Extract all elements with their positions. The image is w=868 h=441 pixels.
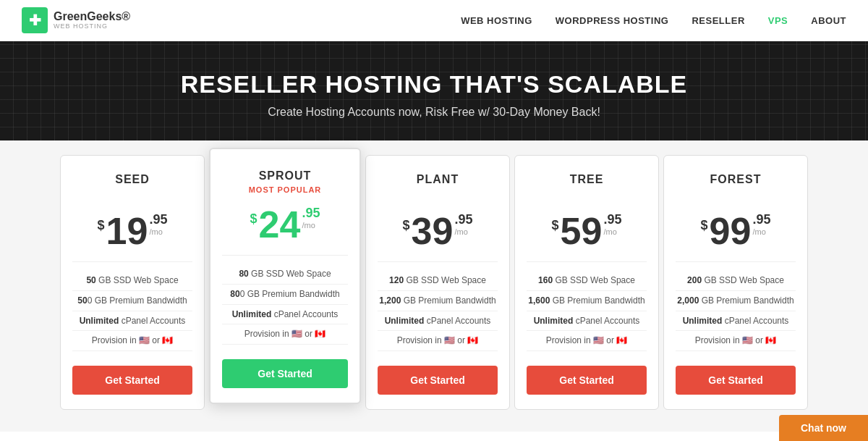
- price-cents-plant: .95: [454, 212, 472, 227]
- feature-sprout-2: Unlimited cPanel Accounts: [222, 305, 348, 325]
- feature-forest-3: Provision in 🇺🇸 or 🇨🇦: [676, 331, 796, 351]
- feature-plant-1: 1,200 GB Premium Bandwidth: [378, 291, 498, 311]
- feature-sprout-0: 80 GB SSD Web Space: [222, 264, 348, 285]
- feature-forest-0: 200 GB SSD Web Space: [676, 271, 796, 291]
- brand-sub: WEB HOSTING: [54, 23, 130, 30]
- navbar: ✚ GreenGeeks® WEB HOSTING WEB HOSTING WO…: [0, 0, 868, 41]
- chat-bar[interactable]: Chat now: [779, 415, 868, 432]
- logo-icon: ✚: [22, 7, 48, 33]
- price-mo-tree: /mo: [603, 227, 616, 236]
- plan-name-sprout: SPROUT: [222, 169, 348, 182]
- plan-card-tree: TREE $ 59 .95 /mo 160 GB SSD Web Space1,…: [514, 155, 659, 410]
- price-dollar-forest: $: [701, 218, 708, 233]
- logo: ✚ GreenGeeks® WEB HOSTING: [22, 7, 130, 33]
- price-mo-plant: /mo: [454, 227, 467, 236]
- feature-forest-2: Unlimited cPanel Accounts: [676, 311, 796, 332]
- price-cents-mo-plant: .95 /mo: [454, 212, 472, 239]
- brand-name: GreenGeeks®: [54, 10, 130, 23]
- feature-seed-0: 50 GB SSD Web Space: [72, 271, 192, 291]
- price-forest: $ 99 .95 /mo: [676, 212, 796, 250]
- features-sprout: 80 GB SSD Web Space800 GB Premium Bandwi…: [222, 255, 348, 345]
- hero-content: RESELLER HOSTING THAT'S SCALABLE Create …: [14, 70, 854, 119]
- price-tree: $ 59 .95 /mo: [527, 212, 647, 250]
- nav-web-hosting[interactable]: WEB HOSTING: [461, 15, 532, 26]
- features-tree: 160 GB SSD Web Space1,600 GB Premium Ban…: [527, 261, 647, 351]
- nav-vps[interactable]: VPS: [768, 15, 788, 26]
- price-seed: $ 19 .95 /mo: [72, 212, 192, 250]
- nav-links: WEB HOSTING WORDPRESS HOSTING RESELLER V…: [461, 15, 846, 26]
- feature-seed-1: 500 GB Premium Bandwidth: [72, 291, 192, 311]
- hero-section: RESELLER HOSTING THAT'S SCALABLE Create …: [0, 41, 868, 140]
- feature-seed-3: Provision in 🇺🇸 or 🇨🇦: [72, 331, 192, 351]
- nav-about[interactable]: ABOUT: [811, 15, 846, 26]
- get-started-plant[interactable]: Get Started: [378, 366, 498, 395]
- price-dollar-tree: $: [552, 218, 559, 233]
- price-cents-sprout: .95: [302, 206, 320, 221]
- logo-text: GreenGeeks® WEB HOSTING: [54, 10, 130, 30]
- feature-plant-3: Provision in 🇺🇸 or 🇨🇦: [378, 331, 498, 351]
- hero-subtitle: Create Hosting Accounts now, Risk Free w…: [14, 106, 854, 119]
- nav-wordpress-hosting[interactable]: WORDPRESS HOSTING: [556, 15, 669, 26]
- price-dollar-seed: $: [98, 218, 105, 233]
- get-started-forest[interactable]: Get Started: [676, 366, 796, 395]
- price-mo-forest: /mo: [752, 227, 765, 236]
- get-started-tree[interactable]: Get Started: [527, 366, 647, 395]
- feature-tree-1: 1,600 GB Premium Bandwidth: [527, 291, 647, 311]
- price-plant: $ 39 .95 /mo: [378, 212, 498, 250]
- most-popular-sprout: MOST POPULAR: [222, 185, 348, 194]
- plan-name-plant: PLANT: [378, 173, 498, 186]
- get-started-sprout[interactable]: Get Started: [222, 359, 348, 388]
- feature-plant-0: 120 GB SSD Web Space: [378, 271, 498, 291]
- price-amount-forest: 99: [710, 212, 752, 250]
- feature-tree-0: 160 GB SSD Web Space: [527, 271, 647, 291]
- hero-title: RESELLER HOSTING THAT'S SCALABLE: [14, 70, 854, 98]
- plan-name-seed: SEED: [72, 173, 192, 186]
- plan-card-forest: FOREST $ 99 .95 /mo 200 GB SSD Web Space…: [663, 155, 808, 410]
- nav-reseller[interactable]: RESELLER: [692, 15, 744, 26]
- plan-card-seed: SEED $ 19 .95 /mo 50 GB SSD Web Space500…: [60, 155, 205, 410]
- feature-tree-2: Unlimited cPanel Accounts: [527, 311, 647, 332]
- price-dollar-sprout: $: [250, 211, 258, 227]
- price-cents-seed: .95: [149, 212, 167, 227]
- price-cents-forest: .95: [752, 212, 770, 227]
- price-amount-plant: 39: [412, 212, 454, 250]
- feature-sprout-1: 800 GB Premium Bandwidth: [222, 285, 348, 305]
- price-cents-mo-sprout: .95 /mo: [302, 206, 320, 232]
- price-amount-seed: 19: [106, 212, 148, 250]
- plan-card-plant: PLANT $ 39 .95 /mo 120 GB SSD Web Space1…: [365, 155, 510, 410]
- price-cents-mo-seed: .95 /mo: [149, 212, 167, 239]
- price-amount-tree: 59: [561, 212, 603, 250]
- features-forest: 200 GB SSD Web Space2,000 GB Premium Ban…: [676, 261, 796, 351]
- price-amount-sprout: 24: [259, 206, 301, 243]
- price-cents-mo-tree: .95 /mo: [603, 212, 621, 239]
- feature-forest-1: 2,000 GB Premium Bandwidth: [676, 291, 796, 311]
- price-sprout: $ 24 .95 /mo: [222, 206, 348, 243]
- price-cents-mo-forest: .95 /mo: [752, 212, 770, 239]
- plan-name-tree: TREE: [527, 173, 647, 186]
- price-dollar-plant: $: [403, 218, 410, 233]
- feature-seed-2: Unlimited cPanel Accounts: [72, 311, 192, 332]
- feature-sprout-3: Provision in 🇺🇸 or 🇨🇦: [222, 324, 348, 345]
- price-mo-seed: /mo: [149, 227, 162, 236]
- features-seed: 50 GB SSD Web Space500 GB Premium Bandwi…: [72, 261, 192, 351]
- price-mo-sprout: /mo: [302, 221, 315, 230]
- plan-name-forest: FOREST: [676, 173, 796, 186]
- pricing-section: SEED $ 19 .95 /mo 50 GB SSD Web Space500…: [0, 140, 868, 432]
- feature-plant-2: Unlimited cPanel Accounts: [378, 311, 498, 332]
- price-cents-tree: .95: [603, 212, 621, 227]
- plan-card-sprout: SPROUT MOST POPULAR $ 24 .95 /mo 80 GB S…: [209, 148, 361, 404]
- feature-tree-3: Provision in 🇺🇸 or 🇨🇦: [527, 331, 647, 351]
- get-started-seed[interactable]: Get Started: [72, 366, 192, 395]
- features-plant: 120 GB SSD Web Space1,200 GB Premium Ban…: [378, 261, 498, 351]
